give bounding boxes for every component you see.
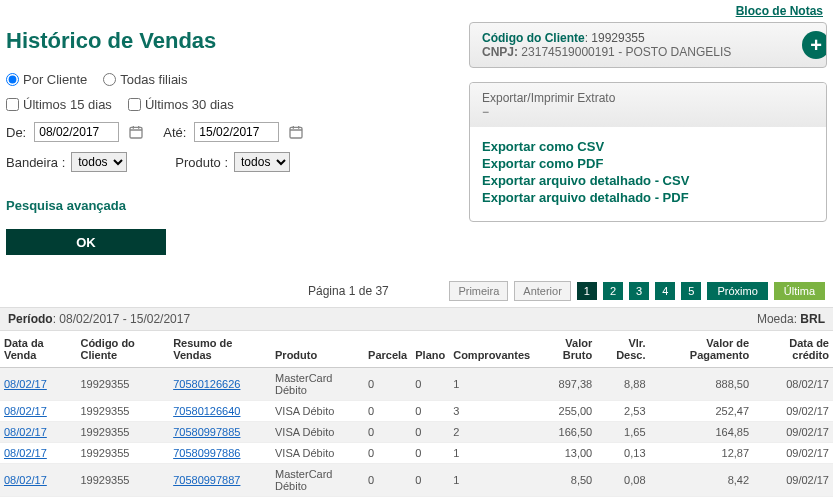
- cell-parcela: 0: [364, 497, 411, 502]
- pager-last[interactable]: Última: [774, 282, 825, 300]
- pager-next[interactable]: Próximo: [707, 282, 767, 300]
- cell-comprovantes: 1: [449, 443, 534, 464]
- cell-comprovantes: 3: [449, 497, 534, 502]
- cell-comprovantes: 3: [449, 401, 534, 422]
- th-parcela[interactable]: Parcela: [364, 331, 411, 368]
- cell-plano: 0: [411, 422, 449, 443]
- bandeira-label: Bandeira :: [6, 155, 65, 170]
- page-title: Histórico de Vendas: [6, 28, 459, 54]
- data-venda-link[interactable]: 08/02/17: [4, 405, 47, 417]
- th-resumo[interactable]: Resumo de Vendas: [169, 331, 271, 368]
- cell-credito: 09/02/17: [753, 422, 833, 443]
- moeda-label: Moeda:: [757, 312, 797, 326]
- cell-plano: 0: [411, 464, 449, 497]
- cell-credito: 09/02/17: [753, 464, 833, 497]
- data-venda-link[interactable]: 08/02/17: [4, 378, 47, 390]
- cell-parcela: 0: [364, 464, 411, 497]
- ate-label: Até:: [163, 125, 186, 140]
- cell-produto: MasterCard Débito: [271, 368, 364, 401]
- export-det-csv-link[interactable]: Exportar arquivo detalhado - CSV: [482, 173, 814, 188]
- export-det-pdf-link[interactable]: Exportar arquivo detalhado - PDF: [482, 190, 814, 205]
- cell-produto: VISA Débito: [271, 443, 364, 464]
- pager-prev[interactable]: Anterior: [514, 281, 571, 301]
- radio-por-cliente-input[interactable]: [6, 73, 19, 86]
- cell-pagto: 715,71: [650, 497, 754, 502]
- th-credito[interactable]: Data de crédito: [753, 331, 833, 368]
- pesquisa-avancada-link[interactable]: Pesquisa avançada: [6, 198, 126, 213]
- radio-por-cliente[interactable]: Por Cliente: [6, 72, 87, 87]
- check-30-dias-label: Últimos 30 dias: [145, 97, 234, 112]
- produto-select[interactable]: todos: [234, 152, 290, 172]
- cnpj-label: CNPJ:: [482, 45, 518, 59]
- cell-credito: 09/02/17: [753, 497, 833, 502]
- data-venda-link[interactable]: 08/02/17: [4, 474, 47, 486]
- pager-page-2[interactable]: 2: [603, 282, 623, 300]
- pager-page-3[interactable]: 3: [629, 282, 649, 300]
- cell-produto: MasterCard Débito: [271, 464, 364, 497]
- pager-page-5[interactable]: 5: [681, 282, 701, 300]
- cell-resumo: 70580997886: [169, 443, 271, 464]
- bandeira-select[interactable]: todos: [71, 152, 127, 172]
- cell-parcela: 0: [364, 443, 411, 464]
- th-desc[interactable]: Vlr. Desc.: [596, 331, 649, 368]
- export-csv-link[interactable]: Exportar como CSV: [482, 139, 814, 154]
- ate-input[interactable]: [194, 122, 279, 142]
- cell-produto: VISA Débito: [271, 401, 364, 422]
- resumo-link[interactable]: 70580126640: [173, 405, 240, 417]
- th-bruto[interactable]: Valor Bruto: [534, 331, 596, 368]
- page-info: Página 1 de 37: [8, 284, 389, 298]
- ok-button[interactable]: OK: [6, 229, 166, 255]
- svg-rect-1: [290, 127, 302, 138]
- export-panel-header: Exportar/Imprimir Extrato: [482, 91, 615, 105]
- check-15-dias-input[interactable]: [6, 98, 19, 111]
- cell-plano: 0: [411, 401, 449, 422]
- client-panel: Código do Cliente: 19929355 CNPJ: 231745…: [469, 22, 827, 68]
- cell-resumo: 70580997887: [169, 464, 271, 497]
- collapse-icon[interactable]: −: [482, 105, 814, 119]
- radio-todas-filiais[interactable]: Todas filiais: [103, 72, 187, 87]
- data-venda-link[interactable]: 08/02/17: [4, 426, 47, 438]
- resumo-link[interactable]: 70580997885: [173, 426, 240, 438]
- cell-cod-cliente: 19929355: [76, 368, 169, 401]
- calendar-icon[interactable]: [287, 123, 305, 141]
- pager-first[interactable]: Primeira: [449, 281, 508, 301]
- cell-bruto: 13,00: [534, 443, 596, 464]
- codigo-cliente-value: 19929355: [591, 31, 644, 45]
- th-plano[interactable]: Plano: [411, 331, 449, 368]
- resumo-link[interactable]: 70580997886: [173, 447, 240, 459]
- radio-todas-filiais-input[interactable]: [103, 73, 116, 86]
- check-30-dias-input[interactable]: [128, 98, 141, 111]
- cell-bruto: 8,50: [534, 464, 596, 497]
- cell-desc: 0,13: [596, 443, 649, 464]
- th-cod-cliente[interactable]: Código do Cliente: [76, 331, 169, 368]
- cell-data-venda: 08/02/17: [0, 443, 76, 464]
- calendar-icon[interactable]: [127, 123, 145, 141]
- data-venda-link[interactable]: 08/02/17: [4, 447, 47, 459]
- th-data-venda[interactable]: Data da Venda: [0, 331, 76, 368]
- th-comprovantes[interactable]: Comprovantes: [449, 331, 534, 368]
- expand-icon[interactable]: +: [802, 31, 827, 59]
- resumo-link[interactable]: 70580997887: [173, 474, 240, 486]
- cell-pagto: 164,85: [650, 422, 754, 443]
- cell-comprovantes: 2: [449, 422, 534, 443]
- resumo-link[interactable]: 70580126626: [173, 378, 240, 390]
- pager-page-1[interactable]: 1: [577, 282, 597, 300]
- bloco-notas-link[interactable]: Bloco de Notas: [736, 4, 823, 18]
- cell-bruto: 722,87: [534, 497, 596, 502]
- cell-pagto: 12,87: [650, 443, 754, 464]
- cell-parcela: 0: [364, 368, 411, 401]
- check-30-dias[interactable]: Últimos 30 dias: [128, 97, 234, 112]
- table-row: 08/02/171992935570580126626MasterCard Dé…: [0, 368, 833, 401]
- cell-comprovantes: 1: [449, 368, 534, 401]
- table-row: 08/02/171992935570580997887MasterCard Dé…: [0, 464, 833, 497]
- periodo-value: 08/02/2017 - 15/02/2017: [59, 312, 190, 326]
- check-15-dias[interactable]: Últimos 15 dias: [6, 97, 112, 112]
- cell-credito: 08/02/17: [753, 368, 833, 401]
- th-produto[interactable]: Produto: [271, 331, 364, 368]
- cell-cod-cliente: 19929355: [76, 401, 169, 422]
- de-input[interactable]: [34, 122, 119, 142]
- export-pdf-link[interactable]: Exportar como PDF: [482, 156, 814, 171]
- th-pagto[interactable]: Valor de Pagamento: [650, 331, 754, 368]
- cell-data-venda: 08/02/17: [0, 401, 76, 422]
- pager-page-4[interactable]: 4: [655, 282, 675, 300]
